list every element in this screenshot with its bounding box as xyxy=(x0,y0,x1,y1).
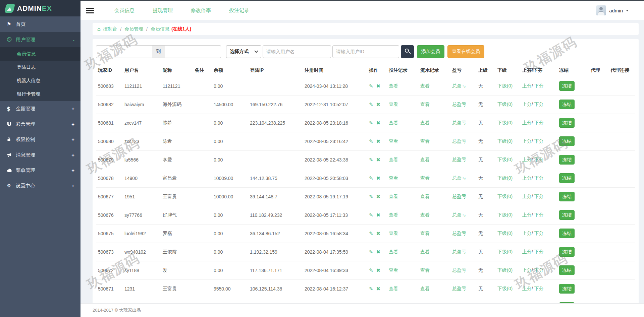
freeze-button[interactable]: 冻结 xyxy=(559,229,575,238)
edit-icon[interactable]: ✎ xyxy=(369,138,373,144)
total-profit-link[interactable]: 总盈亏 xyxy=(452,286,466,291)
view-flow-link[interactable]: 查看 xyxy=(420,157,430,162)
subordinate-link[interactable]: 下级(0) xyxy=(497,138,513,144)
score-up-link[interactable]: 上分 xyxy=(522,194,532,199)
subordinate-link[interactable]: 下级(0) xyxy=(497,194,513,199)
view-bets-link[interactable]: 查看 xyxy=(389,194,398,199)
view-flow-link[interactable]: 查看 xyxy=(420,102,430,107)
score-up-link[interactable]: 上分 xyxy=(522,120,532,125)
sidebar-item-permission-control[interactable]: 权限控制 + xyxy=(0,132,80,147)
expand-icon[interactable]: + xyxy=(71,121,74,127)
subordinate-link[interactable]: 下级(0) xyxy=(497,120,513,125)
subordinate-link[interactable]: 下级(0) xyxy=(497,267,513,273)
freeze-button[interactable]: 冻结 xyxy=(559,284,575,294)
app-logo[interactable]: ADMINEX xyxy=(0,0,80,16)
view-bets-link[interactable]: 查看 xyxy=(389,286,398,291)
view-bets-link[interactable]: 查看 xyxy=(389,231,398,236)
expand-icon[interactable]: + xyxy=(71,106,74,112)
total-profit-link[interactable]: 总盈亏 xyxy=(452,212,466,217)
edit-icon[interactable]: ✎ xyxy=(369,83,373,89)
add-member-button[interactable]: 添加会员 xyxy=(417,45,444,58)
score-down-link[interactable]: 下分 xyxy=(533,102,544,107)
view-bets-link[interactable]: 查看 xyxy=(389,138,398,144)
subordinate-link[interactable]: 下级(0) xyxy=(497,175,513,181)
view-flow-link[interactable]: 查看 xyxy=(420,267,430,273)
score-up-link[interactable]: 上分 xyxy=(522,267,532,273)
sidebar-item-settings-center[interactable]: ⚙ 设置中心 + xyxy=(0,178,80,193)
freeze-button[interactable]: 冻结 xyxy=(559,155,575,165)
userid-input[interactable] xyxy=(332,45,399,58)
view-bets-link[interactable]: 查看 xyxy=(389,120,398,125)
freeze-button[interactable]: 冻结 xyxy=(559,210,575,220)
view-bets-link[interactable]: 查看 xyxy=(389,83,398,88)
delete-icon[interactable]: ✖ xyxy=(376,83,381,89)
delete-icon[interactable]: ✖ xyxy=(376,249,381,255)
score-up-link[interactable]: 上分 xyxy=(522,83,532,88)
subordinate-link[interactable]: 下级(0) xyxy=(497,231,513,236)
edit-icon[interactable]: ✎ xyxy=(369,231,373,237)
subordinate-link[interactable]: 下级(0) xyxy=(497,102,513,107)
collapse-icon[interactable]: - xyxy=(73,37,74,43)
subordinate-link[interactable]: 下级(0) xyxy=(497,212,513,217)
delete-icon[interactable]: ✖ xyxy=(376,120,381,126)
username-input[interactable] xyxy=(263,45,331,58)
topnav-withdraw-management[interactable]: 提现管理 xyxy=(153,7,173,14)
total-profit-link[interactable]: 总盈亏 xyxy=(452,83,466,88)
total-profit-link[interactable]: 总盈亏 xyxy=(452,138,466,144)
freeze-button[interactable]: 冻结 xyxy=(559,136,575,146)
topnav-bet-records[interactable]: 投注记录 xyxy=(229,7,249,14)
total-profit-link[interactable]: 总盈亏 xyxy=(452,249,466,254)
view-bets-link[interactable]: 查看 xyxy=(389,175,398,181)
view-flow-link[interactable]: 查看 xyxy=(420,194,430,199)
score-down-link[interactable]: 下分 xyxy=(533,267,544,273)
expand-icon[interactable]: + xyxy=(71,183,74,189)
score-down-link[interactable]: 下分 xyxy=(533,120,544,125)
sidebar-item-robot-info[interactable]: 机器人信息 xyxy=(0,74,80,87)
freeze-button[interactable]: 冻结 xyxy=(559,173,575,183)
subordinate-link[interactable]: 下级(0) xyxy=(497,157,513,162)
view-flow-link[interactable]: 查看 xyxy=(420,138,430,144)
score-up-link[interactable]: 上分 xyxy=(522,175,532,181)
view-flow-link[interactable]: 查看 xyxy=(420,249,430,254)
edit-icon[interactable]: ✎ xyxy=(369,212,373,218)
user-menu[interactable]: admin xyxy=(596,5,629,15)
subordinate-link[interactable]: 下级(0) xyxy=(497,286,513,291)
sidebar-item-lottery-management[interactable]: 彩票管理 + xyxy=(0,116,80,132)
view-bets-link[interactable]: 查看 xyxy=(389,102,398,107)
expand-icon[interactable]: + xyxy=(71,168,74,173)
delete-icon[interactable]: ✖ xyxy=(376,102,381,108)
view-bets-link[interactable]: 查看 xyxy=(389,157,398,162)
subordinate-link[interactable]: 下级(0) xyxy=(497,249,513,254)
score-up-link[interactable]: 上分 xyxy=(522,212,532,217)
edit-icon[interactable]: ✎ xyxy=(369,120,373,126)
subordinate-link[interactable]: 下级(0) xyxy=(497,83,513,88)
search-mode-select[interactable]: 选择方式 xyxy=(226,45,261,58)
delete-icon[interactable]: ✖ xyxy=(376,157,381,163)
delete-icon[interactable]: ✖ xyxy=(376,175,381,181)
score-down-link[interactable]: 下分 xyxy=(533,157,544,162)
score-up-link[interactable]: 上分 xyxy=(522,157,532,162)
total-profit-link[interactable]: 总盈亏 xyxy=(452,157,466,162)
score-down-link[interactable]: 下分 xyxy=(533,175,544,181)
view-flow-link[interactable]: 查看 xyxy=(420,231,430,236)
freeze-button[interactable]: 冻结 xyxy=(559,192,575,201)
date-from-input[interactable] xyxy=(96,45,152,58)
score-down-link[interactable]: 下分 xyxy=(533,286,544,291)
delete-icon[interactable]: ✖ xyxy=(376,194,381,200)
freeze-button[interactable]: 冻结 xyxy=(559,100,575,109)
edit-icon[interactable]: ✎ xyxy=(369,175,373,181)
view-flow-link[interactable]: 查看 xyxy=(420,212,430,217)
delete-icon[interactable]: ✖ xyxy=(376,231,381,237)
topnav-member-info[interactable]: 会员信息 xyxy=(114,7,135,14)
sidebar-item-message-management[interactable]: 消息管理 + xyxy=(0,147,80,163)
total-profit-link[interactable]: 总盈亏 xyxy=(452,175,466,181)
edit-icon[interactable]: ✎ xyxy=(369,102,373,108)
delete-icon[interactable]: ✖ xyxy=(376,267,381,273)
sidebar-item-home[interactable]: ⚑ 首页 xyxy=(0,16,80,32)
total-profit-link[interactable]: 总盈亏 xyxy=(452,231,466,236)
view-bets-link[interactable]: 查看 xyxy=(389,212,398,217)
hamburger-menu-icon[interactable] xyxy=(86,8,94,13)
score-down-link[interactable]: 下分 xyxy=(533,212,544,217)
sidebar-item-member-info[interactable]: 会员信息 xyxy=(0,47,80,61)
score-up-link[interactable]: 上分 xyxy=(522,286,532,291)
